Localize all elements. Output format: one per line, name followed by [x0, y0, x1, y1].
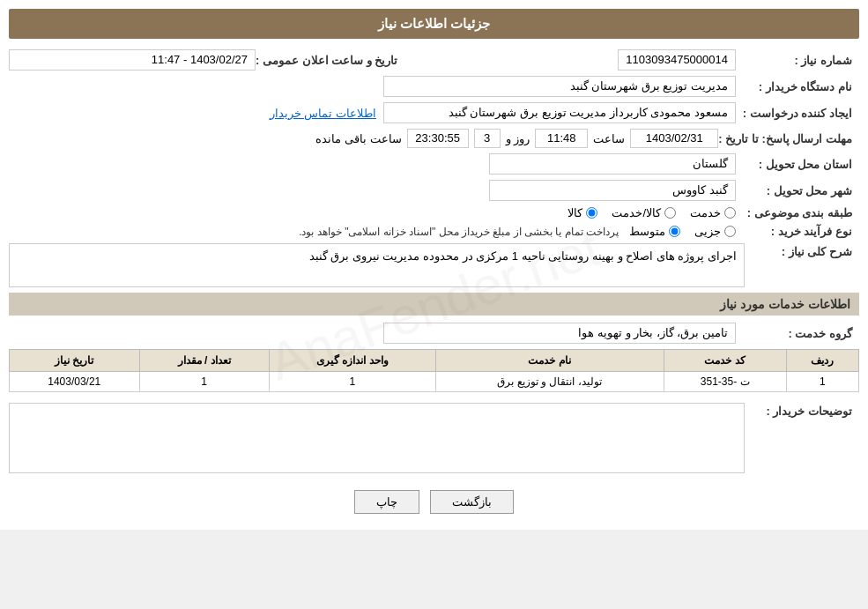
mohlat-roz: 3 — [474, 129, 501, 148]
table-row: 1 ت -35-351 تولید، انتقال و توزیع برق 1 … — [10, 372, 859, 392]
mohlat-remaining-label: ساعت باقی مانده — [315, 132, 401, 145]
noeFarayand-note: پرداخت تمام یا بخشی از مبلغ خریداز محل "… — [299, 226, 619, 238]
shahr-row: شهر محل تحویل : گنبد کاووس — [9, 180, 859, 201]
tabaqebandi-group: خدمت کالا/خدمت کالا — [568, 206, 736, 219]
mohlat-row: مهلت ارسال پاسخ: تا تاریخ : 1403/02/31 س… — [9, 129, 859, 148]
col-vahad: واحد اندازه گیری — [269, 350, 435, 372]
namDastgah-row: نام دستگاه خریدار : مدیریت توزیع برق شهر… — [9, 76, 859, 97]
tarikho-label: تاریخ و ساعت اعلان عمومی : — [256, 54, 404, 67]
shahr-label: شهر محل تحویل : — [736, 184, 859, 197]
table-header-row: ردیف کد خدمت نام خدمت واحد اندازه گیری ت… — [10, 350, 859, 372]
khadamat-table-section: ردیف کد خدمت نام خدمت واحد اندازه گیری ت… — [9, 349, 859, 392]
groheKhadamat-row: گروه خدمت : تامین برق، گاز، بخار و تهویه… — [9, 323, 859, 344]
sharhKoli-label: شرح کلی نیاز : — [745, 243, 859, 258]
khadamat-header: اطلاعات خدمات مورد نیاز — [9, 293, 859, 316]
groheKhadamat-value: تامین برق، گاز، بخار و تهویه هوا — [383, 323, 736, 344]
noeFarayand-row: نوع فرآیند خرید : جزیی متوسط پرداخت تمام… — [9, 225, 859, 238]
sharhKoli-row: شرح کلی نیاز : اجرای پروژه های اصلاح و ب… — [9, 243, 859, 287]
namDastgah-value: مدیریت توزیع برق شهرستان گنبد — [383, 76, 736, 97]
noeFarayand-group: جزیی متوسط — [629, 225, 736, 238]
tozihat-label: توضیحات خریدار : — [745, 403, 859, 418]
tabaqebandi-kala-khadamat[interactable]: کالا/خدمت — [612, 206, 676, 219]
ostan-value: گلستان — [489, 153, 736, 175]
print-button[interactable]: چاپ — [354, 490, 419, 514]
cell-tedad: 1 — [139, 372, 269, 392]
shomareNiaz-value: 1103093475000014 — [618, 49, 736, 71]
cell-nam: تولید، انتقال و توزیع برق — [435, 372, 664, 392]
buttons-row: بازگشت چاپ — [9, 490, 859, 514]
contact-link[interactable]: اطلاعات تماس خریدار — [270, 107, 376, 120]
tarikho-value: 1403/02/27 - 11:47 — [9, 49, 256, 71]
tabaqebandi-row: طبقه بندی موضوعی : خدمت کالا/خدمت کالا — [9, 206, 859, 219]
cell-tarikh: 1403/03/21 — [10, 372, 140, 392]
ostan-row: استان محل تحویل : گلستان — [9, 153, 859, 175]
col-nam-khadamat: نام خدمت — [435, 350, 664, 372]
cell-kod: ت -35-351 — [664, 372, 786, 392]
ijadKonande-label: ایجاد کننده درخواست : — [736, 107, 859, 120]
sharhKoli-value: اجرای پروژه های اصلاح و بهینه روستایی نا… — [9, 243, 745, 287]
mohlat-saat: 11:48 — [535, 129, 588, 148]
noeFarayand-jozi[interactable]: جزیی — [694, 225, 736, 238]
cell-radif: 1 — [786, 372, 858, 392]
noeFarayand-label: نوع فرآیند خرید : — [736, 225, 859, 238]
cell-vahad: 1 — [269, 372, 435, 392]
mohlat-date: 1403/02/31 — [630, 129, 718, 148]
shomareNiaz-row: شماره نیاز : 1103093475000014 تاریخ و سا… — [9, 49, 859, 71]
tozihat-textarea[interactable] — [9, 403, 745, 473]
ijadKonande-value: مسعود محمودی کاربرداز مدیریت توزیع برق ش… — [383, 102, 736, 123]
mohlat-label: مهلت ارسال پاسخ: تا تاریخ : — [718, 132, 859, 145]
ijadKonande-row: ایجاد کننده درخواست : مسعود محمودی کاربر… — [9, 102, 859, 123]
col-kod-khadamat: کد خدمت — [664, 350, 786, 372]
page-header: جزئیات اطلاعات نیاز — [9, 9, 859, 39]
col-radif: ردیف — [786, 350, 858, 372]
mohlat-remaining: 23:30:55 — [407, 129, 469, 148]
tabaqebandi-khadamat[interactable]: خدمت — [690, 206, 736, 219]
groheKhadamat-label: گروه خدمت : — [736, 327, 859, 340]
tozihat-row: توضیحات خریدار : — [9, 403, 859, 476]
mohlat-roz-label: روز و — [506, 132, 530, 145]
back-button[interactable]: بازگشت — [430, 490, 514, 514]
page-title: جزئیات اطلاعات نیاز — [378, 16, 490, 31]
namDastgah-label: نام دستگاه خریدار : — [736, 80, 859, 93]
shomareNiaz-label: شماره نیاز : — [736, 54, 859, 67]
tabaqebandi-label: طبقه بندی موضوعی : — [736, 206, 859, 219]
khadamat-table: ردیف کد خدمت نام خدمت واحد اندازه گیری ت… — [9, 349, 859, 392]
col-tedad: تعداد / مقدار — [139, 350, 269, 372]
tabaqebandi-kala[interactable]: کالا — [568, 206, 597, 219]
ostan-label: استان محل تحویل : — [736, 158, 859, 171]
col-tarikh: تاریخ نیاز — [10, 350, 140, 372]
shahr-value: گنبد کاووس — [489, 180, 736, 201]
mohlat-saat-label: ساعت — [593, 132, 625, 145]
noeFarayand-motovaset[interactable]: متوسط — [629, 225, 680, 238]
